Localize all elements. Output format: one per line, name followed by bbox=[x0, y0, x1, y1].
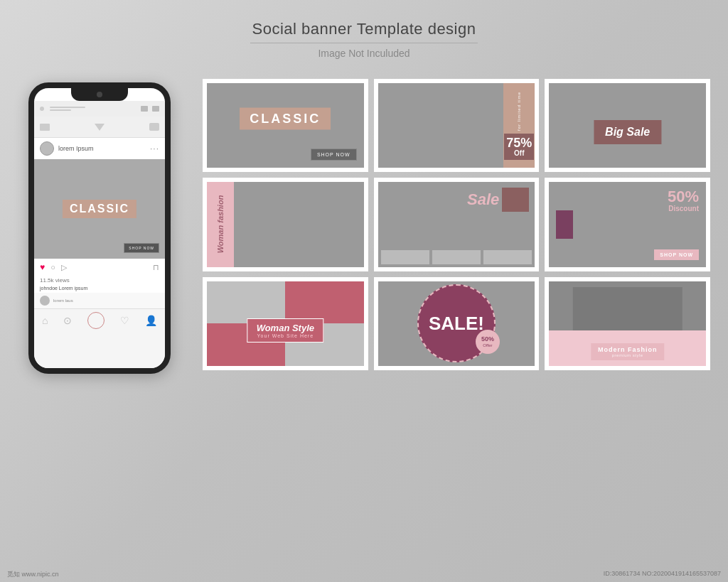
banner-sale-circle-shape: SALE! 50% Offer bbox=[417, 284, 496, 362]
banner-woman-fashion-text: Woman fashion bbox=[207, 182, 234, 266]
phone-camera bbox=[97, 92, 102, 97]
phone-caption: johndoe Lorem ipsum bbox=[34, 285, 165, 293]
banners-grid: CLASSIC SHOP NOW for limited time 75% Of… bbox=[199, 75, 714, 374]
banner-75off: for limited time 75% Off bbox=[374, 79, 540, 172]
phone-comment-row: lorem laus bbox=[34, 293, 165, 308]
phone-classic-bg: CLASSIC bbox=[63, 200, 136, 218]
phone-views: 11.5k views bbox=[34, 276, 165, 285]
banner-dark-square bbox=[556, 210, 573, 239]
phone-options-dots: ··· bbox=[150, 144, 159, 153]
phone-shop-now-btn[interactable]: SHOP NOW bbox=[124, 243, 159, 253]
banner-limited-text: for limited time bbox=[517, 92, 521, 131]
banner-big-sale-text: Big Sale bbox=[605, 126, 650, 138]
banner-modern-title: Modern Fashion bbox=[598, 346, 658, 353]
banner-classic: CLASSIC SHOP NOW bbox=[203, 79, 368, 172]
phone-username: lorem Ipsum bbox=[58, 145, 146, 152]
phone-mockup: lorem Ipsum ··· CLASSIC SHOP NOW ♥ ○ ▷ ⊓ bbox=[21, 82, 178, 374]
banner-50-label: Discount bbox=[668, 205, 699, 212]
phone-status-icons bbox=[141, 106, 159, 112]
banner-discount-side: for limited time 75% Off bbox=[503, 83, 535, 168]
phone-post-image: CLASSIC SHOP NOW bbox=[34, 159, 165, 259]
phone-profile-row: lorem Ipsum ··· bbox=[34, 138, 165, 159]
banner-classic-text: CLASSIC bbox=[250, 112, 321, 126]
phone-status-lines bbox=[50, 107, 138, 111]
home-circle-btn[interactable] bbox=[87, 312, 105, 329]
watermark-left: 觅知 www.nipic.cn bbox=[7, 570, 59, 579]
phone-status-dot bbox=[40, 107, 44, 111]
avatar bbox=[40, 141, 54, 156]
phone-wifi-icon bbox=[152, 106, 159, 112]
banner-sale: Sale bbox=[374, 178, 540, 271]
banner-big-sale: Big Sale bbox=[545, 79, 710, 172]
banner-shop-now-pink[interactable]: SHOP NOW bbox=[654, 249, 699, 260]
phone-action-row: ♥ ○ ▷ ⊓ bbox=[34, 259, 165, 276]
banner-offer-label: Offer bbox=[483, 343, 492, 348]
phone-comment-avatar bbox=[40, 296, 50, 306]
phone-camera-icon bbox=[149, 123, 159, 131]
share-icon[interactable]: ▷ bbox=[61, 263, 67, 272]
banner-brown-square bbox=[502, 188, 529, 212]
main-container: lorem Ipsum ··· CLASSIC SHOP NOW ♥ ○ ▷ ⊓ bbox=[0, 68, 728, 381]
heart-icon[interactable]: ♥ bbox=[40, 262, 45, 272]
bar-item-1 bbox=[381, 250, 429, 264]
banner-big-sale-box: Big Sale bbox=[594, 120, 661, 144]
page-title: Social banner Template design bbox=[0, 20, 728, 38]
phone-status-line-short bbox=[50, 109, 71, 111]
profile-icon[interactable]: 👤 bbox=[145, 315, 157, 326]
phone-notch bbox=[71, 88, 128, 101]
banner-ws-title: Woman Style bbox=[257, 323, 314, 333]
banner-sale-big-text: SALE! bbox=[429, 314, 484, 333]
banner-gray-inset bbox=[572, 287, 682, 334]
banner-bottom-bars bbox=[378, 247, 535, 267]
banner-sale-circle: SALE! 50% Offer bbox=[374, 277, 540, 370]
banner-woman-style-box: Woman Style Your Web Site Here bbox=[247, 318, 323, 343]
phone-nav-triangle bbox=[95, 124, 105, 131]
banner-percent-box: 75% Off bbox=[504, 134, 534, 160]
banner-50-num: 50% bbox=[668, 189, 699, 205]
bookmark-icon[interactable]: ⊓ bbox=[153, 263, 159, 272]
watermark-right: ID:30861734 NO:2020041914165537087 bbox=[604, 570, 721, 579]
banner-50discount: 50% Discount SHOP NOW bbox=[545, 178, 710, 271]
phone-frame: lorem Ipsum ··· CLASSIC SHOP NOW ♥ ○ ▷ ⊓ bbox=[28, 82, 171, 374]
home-icon[interactable]: ⌂ bbox=[42, 315, 48, 326]
square-2 bbox=[285, 281, 363, 324]
phone-signal-icon bbox=[141, 106, 148, 112]
header-subtitle: Image Not Inculuded bbox=[0, 48, 728, 59]
phone-screen: lorem Ipsum ··· CLASSIC SHOP NOW ♥ ○ ▷ ⊓ bbox=[34, 101, 165, 374]
watermark-bar: 觅知 www.nipic.cn ID:30861734 NO:202004191… bbox=[0, 570, 728, 579]
phone-comment-text: lorem laus bbox=[53, 298, 73, 303]
banner-discount-50: 50% Discount bbox=[668, 189, 699, 212]
banner-offer-num: 50% bbox=[481, 336, 494, 343]
comment-icon[interactable]: ○ bbox=[50, 263, 55, 271]
search-icon[interactable]: ⊙ bbox=[63, 315, 72, 326]
banner-modern-box: Modern Fashion premium style bbox=[591, 343, 665, 360]
banner-offer-badge: 50% Offer bbox=[476, 330, 500, 354]
bar-item-3 bbox=[483, 250, 532, 264]
banner-woman-fashion: Woman fashion bbox=[203, 178, 368, 271]
phone-classic-text: CLASSIC bbox=[70, 203, 129, 215]
header-divider bbox=[250, 43, 478, 43]
phone-status-bar bbox=[34, 101, 165, 117]
phone-nav-icon bbox=[40, 124, 50, 131]
phone-nav-bar bbox=[34, 117, 165, 138]
bar-item-2 bbox=[432, 250, 481, 264]
banner-classic-bg: CLASSIC bbox=[240, 108, 331, 130]
banner-sale-text: Sale bbox=[467, 190, 499, 209]
phone-status-line-long bbox=[50, 107, 85, 108]
banner-modern-sub: premium style bbox=[598, 353, 658, 357]
banner-ws-sub: Your Web Site Here bbox=[257, 333, 314, 338]
square-1 bbox=[207, 281, 285, 324]
banner-woman-style: Woman Style Your Web Site Here bbox=[203, 277, 368, 370]
page-header: Social banner Template design Image Not … bbox=[0, 0, 728, 65]
heart-nav-icon[interactable]: ♡ bbox=[120, 315, 129, 326]
banner-percent-off: Off bbox=[506, 149, 532, 157]
banner-percent-num: 75% bbox=[506, 136, 532, 149]
banner-modern-fashion: Modern Fashion premium style bbox=[545, 277, 710, 370]
banner-shop-now-btn[interactable]: SHOP NOW bbox=[311, 149, 357, 161]
phone-bottom-nav: ⌂ ⊙ ♡ 👤 bbox=[34, 308, 165, 331]
